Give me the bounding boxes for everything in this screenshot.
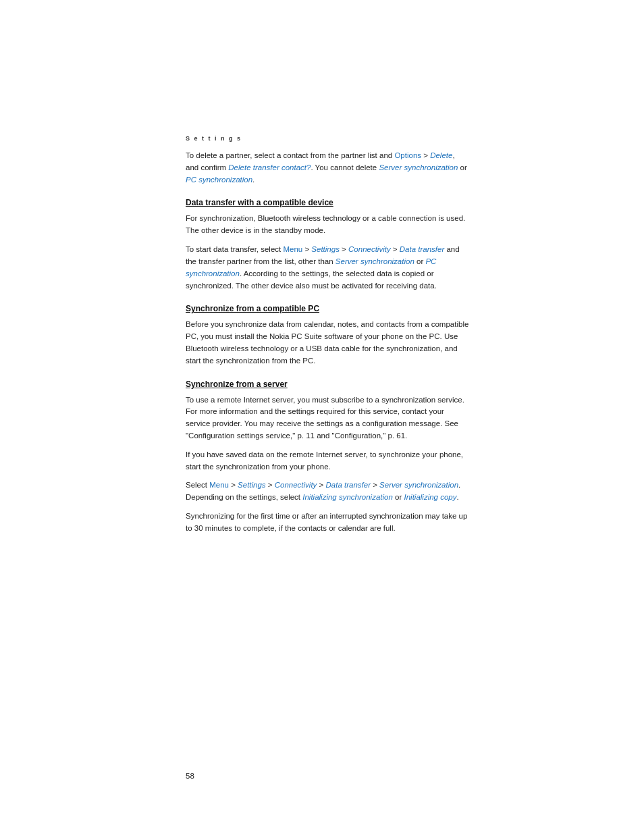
options-link[interactable]: Options bbox=[394, 151, 421, 159]
settings-link-s3[interactable]: Settings bbox=[238, 481, 266, 489]
connectivity-link-s3[interactable]: Connectivity bbox=[275, 481, 317, 489]
s1-arrow3: > bbox=[391, 245, 400, 253]
menu-link-s1[interactable]: Menu bbox=[283, 245, 302, 253]
s1-p2-start: To start data transfer, select bbox=[186, 245, 283, 253]
connectivity-link-s1[interactable]: Connectivity bbox=[348, 245, 391, 253]
s3-p3-start: Select bbox=[186, 481, 209, 489]
intro-text1: To delete a partner, select a contact fr… bbox=[186, 151, 394, 159]
delete-transfer-link[interactable]: Delete transfer contact? bbox=[228, 163, 311, 172]
section2-heading: Synchronize from a compatible PC bbox=[186, 304, 469, 313]
section2-para1: Before you synchronize data from calenda… bbox=[186, 319, 469, 367]
page: S e t t i n g s To delete a partner, sel… bbox=[0, 0, 644, 834]
intro-paragraph: To delete a partner, select a contact fr… bbox=[186, 150, 469, 186]
pc-sync-link-intro[interactable]: PC synchronization bbox=[186, 176, 252, 184]
settings-link-s1[interactable]: Settings bbox=[311, 245, 340, 253]
s3-arrow4: > bbox=[229, 481, 238, 489]
page-number: 58 bbox=[186, 772, 194, 780]
intro-text4: . You cannot delete bbox=[311, 163, 379, 172]
s3-p3-mid2: or bbox=[393, 493, 404, 501]
section3-para1: To use a remote Internet server, you mus… bbox=[186, 394, 469, 442]
init-sync-link[interactable]: Initializing synchronization bbox=[302, 493, 393, 501]
menu-link-s3[interactable]: Menu bbox=[209, 481, 229, 489]
s3-p3-end: . bbox=[456, 493, 458, 501]
s3-arrow5: > bbox=[266, 481, 275, 489]
intro-text5: or bbox=[458, 163, 466, 172]
section1-para1: For synchronization, Bluetooth wireless … bbox=[186, 213, 469, 237]
server-sync-link-s1[interactable]: Server synchronization bbox=[336, 257, 414, 265]
intro-text6: . bbox=[252, 176, 254, 184]
data-transfer-link-s1[interactable]: Data transfer bbox=[400, 245, 444, 253]
content-area: S e t t i n g s To delete a partner, sel… bbox=[186, 135, 469, 542]
section3-para3: Select Menu > Settings > Connectivity > … bbox=[186, 479, 469, 504]
data-transfer-link-s3[interactable]: Data transfer bbox=[325, 481, 370, 489]
server-sync-link-intro[interactable]: Server synchronization bbox=[379, 163, 458, 172]
s3-arrow7: > bbox=[371, 481, 379, 489]
settings-label: S e t t i n g s bbox=[186, 135, 469, 142]
server-sync-link-s3[interactable]: Server synchronization bbox=[379, 481, 458, 489]
intro-arrow1: > bbox=[421, 151, 430, 159]
init-copy-link[interactable]: Initializing copy bbox=[404, 493, 457, 501]
s1-arrow1: > bbox=[302, 245, 311, 253]
section1-para2: To start data transfer, select Menu > Se… bbox=[186, 244, 469, 292]
delete-link[interactable]: Delete bbox=[430, 151, 452, 159]
section3-para2: If you have saved data on the remote Int… bbox=[186, 449, 469, 473]
s1-arrow2: > bbox=[340, 245, 348, 253]
section1-heading: Data transfer with a compatible device bbox=[186, 198, 469, 207]
s1-p2-mid2: or bbox=[414, 257, 426, 265]
section3-heading: Synchronize from a server bbox=[186, 380, 469, 389]
s3-arrow6: > bbox=[317, 481, 325, 489]
section3-para4: Synchronizing for the first time or afte… bbox=[186, 511, 469, 535]
